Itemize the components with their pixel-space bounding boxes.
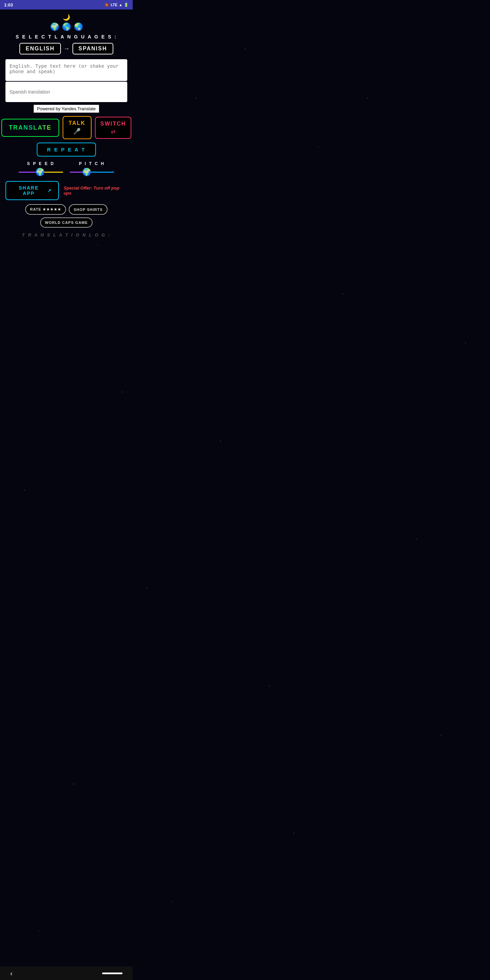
speed-slider-right xyxy=(43,172,63,173)
lte-label: LTE xyxy=(111,3,118,7)
globe-asia-icon[interactable]: 🌏 xyxy=(74,22,83,31)
time-display: 1:03 xyxy=(4,2,13,8)
status-icons: 🔕 LTE ▲ 🔋 xyxy=(105,3,129,7)
pitch-slider-group: P I T C H 🌍 xyxy=(70,161,114,176)
pitch-slider-thumb[interactable]: 🌍 xyxy=(82,168,91,177)
bell-muted-icon: 🔕 xyxy=(105,3,109,7)
world-caps-game-button[interactable]: WORLD CAPS GAME xyxy=(40,218,92,228)
globe-africa-icon[interactable]: 🌍 xyxy=(50,22,59,31)
translate-button[interactable]: TRANSLATE xyxy=(2,119,59,137)
select-languages-label: S E L E C T L A N G U A G E S : xyxy=(16,34,117,40)
share-icon: ↗ xyxy=(47,188,52,193)
source-text-input[interactable] xyxy=(5,59,127,80)
target-text-input[interactable] xyxy=(5,82,127,102)
microphone-icon: 🎤 xyxy=(73,127,81,135)
pitch-slider-track[interactable]: 🌍 xyxy=(70,168,114,176)
speed-label: S P E E D xyxy=(27,161,55,166)
translation-log-label: T R A N S L A T I O N L O G : xyxy=(22,232,111,237)
globe-row: 🌍 🌎 🌏 xyxy=(50,22,83,31)
main-content: 🌙 🌍 🌎 🌏 S E L E C T L A N G U A G E S : … xyxy=(0,10,133,248)
arrow-icon: → xyxy=(64,45,70,52)
pitch-label: P I T C H xyxy=(79,161,105,166)
source-language-button[interactable]: ENGLISH xyxy=(19,43,60,54)
main-buttons-row: TRANSLATE TALK 🎤 SWITCH ⇄ xyxy=(5,116,127,139)
talk-button[interactable]: TALK 🎤 xyxy=(63,116,92,139)
bottom-buttons-row: RATE ★★★★★ SHOP SHIRTS WORLD CAPS GAME xyxy=(5,204,127,228)
signal-icon: ▲ xyxy=(119,3,123,7)
special-offer-text[interactable]: Special Offer: Turn off pop ups xyxy=(64,185,127,196)
share-label: SHARE APP xyxy=(12,185,45,196)
speed-slider-group: S P E E D 🌍 xyxy=(19,161,63,176)
battery-icon: 🔋 xyxy=(124,3,129,7)
share-row: SHARE APP ↗ Special Offer: Turn off pop … xyxy=(5,181,127,200)
status-bar: 1:03 🔕 LTE ▲ 🔋 xyxy=(0,0,133,10)
powered-by-label: Powered by Yandex.Translate xyxy=(34,105,99,113)
target-language-button[interactable]: SPANISH xyxy=(73,43,113,54)
globe-americas-icon[interactable]: 🌎 xyxy=(62,22,71,31)
source-text-container xyxy=(5,59,127,81)
shop-shirts-button[interactable]: SHOP SHIRTS xyxy=(69,204,107,215)
switch-arrows-icon: ⇄ xyxy=(111,128,115,135)
repeat-button[interactable]: R E P E A T xyxy=(37,143,95,156)
language-selector-row: ENGLISH → SPANISH xyxy=(19,43,113,54)
speed-slider-thumb[interactable]: 🌍 xyxy=(35,168,45,177)
switch-label: SWITCH xyxy=(100,121,126,127)
share-app-button[interactable]: SHARE APP ↗ xyxy=(5,181,59,200)
switch-button[interactable]: SWITCH ⇄ xyxy=(95,117,131,139)
target-text-container xyxy=(5,82,127,102)
moon-icon: 🌙 xyxy=(63,14,70,21)
speed-slider-track[interactable]: 🌍 xyxy=(19,168,63,176)
sliders-row: S P E E D 🌍 P I T C H 🌍 xyxy=(5,161,127,176)
pitch-slider-right xyxy=(88,172,114,173)
talk-label: TALK xyxy=(69,120,86,126)
rate-button[interactable]: RATE ★★★★★ xyxy=(25,204,66,215)
